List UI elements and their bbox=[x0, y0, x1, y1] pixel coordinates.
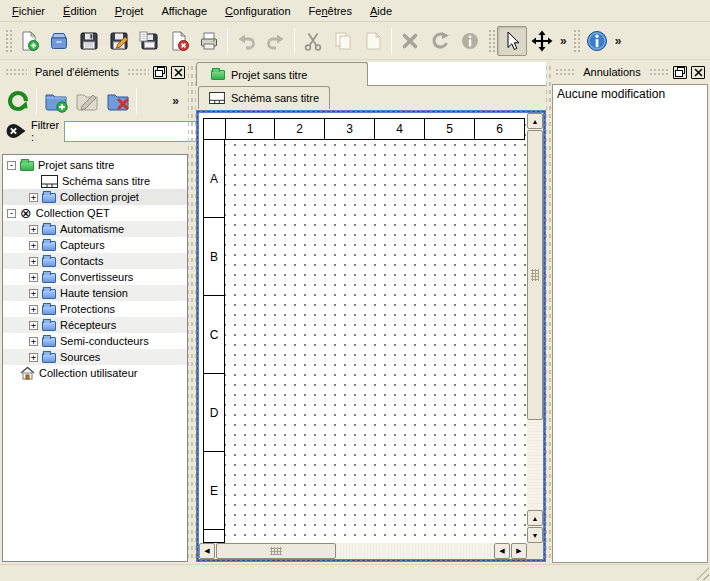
scroll-right-button[interactable]: ▶ bbox=[511, 543, 527, 559]
info-button bbox=[455, 26, 485, 56]
about-button[interactable] bbox=[582, 26, 612, 56]
save-as-button[interactable] bbox=[104, 26, 134, 56]
toolbar-drag-handle[interactable] bbox=[572, 28, 580, 54]
grid-row-label: C bbox=[203, 296, 225, 374]
cut-button bbox=[298, 26, 328, 56]
reload-collections-button[interactable] bbox=[2, 86, 33, 117]
toolbar-drag-handle[interactable] bbox=[4, 28, 12, 54]
undo-panel-header[interactable]: Annulations bbox=[552, 62, 708, 82]
tree-item-capteurs[interactable]: + Capteurs bbox=[3, 237, 187, 253]
menu-projet[interactable]: Projet bbox=[106, 2, 153, 20]
project-folder-icon bbox=[211, 70, 225, 80]
splitter-left[interactable] bbox=[188, 62, 196, 562]
folder-icon bbox=[42, 289, 56, 299]
tree-item-collection-utilisateur[interactable]: Collection utilisateur bbox=[3, 365, 187, 381]
dock-texture bbox=[649, 68, 669, 76]
elements-tree: - Projet sans titre Schéma sans titre + … bbox=[2, 154, 188, 562]
tab-bar-empty-area bbox=[368, 62, 546, 86]
new-document-button[interactable] bbox=[14, 26, 44, 56]
select-mode-button[interactable] bbox=[497, 26, 527, 56]
toolbar-overflow-chevron[interactable]: » bbox=[612, 34, 625, 48]
undo-panel-title: Annulations bbox=[579, 66, 645, 78]
scrollbar-corner bbox=[527, 543, 543, 559]
close-document-button[interactable] bbox=[164, 26, 194, 56]
scroll-left-button[interactable]: ◀ bbox=[199, 543, 215, 559]
schema-view[interactable]: 1 2 3 4 5 6 A B C D E ▲ ▲ ▼ ◀ ◀ ▶ bbox=[196, 110, 546, 562]
schema-row-header: A B C D E bbox=[203, 140, 225, 543]
vertical-scroll-thumb[interactable] bbox=[527, 130, 543, 420]
new-category-button[interactable] bbox=[40, 86, 71, 117]
tree-item-collection-qet[interactable]: - ⊗ Collection QET bbox=[3, 205, 187, 221]
toolbar-drag-handle[interactable] bbox=[487, 28, 495, 54]
tree-item-protections[interactable]: + Protections bbox=[3, 301, 187, 317]
expander-icon[interactable]: + bbox=[29, 273, 38, 282]
cut-icon bbox=[302, 30, 324, 52]
tab-schema-sans-titre[interactable]: Schéma sans titre bbox=[198, 86, 330, 109]
scroll-up-button[interactable]: ▲ bbox=[527, 113, 543, 129]
folder-icon bbox=[42, 241, 56, 251]
tree-item-semi-conducteurs[interactable]: + Semi-conducteurs bbox=[3, 333, 187, 349]
expander-icon[interactable]: + bbox=[29, 257, 38, 266]
tree-item-sources[interactable]: + Sources bbox=[3, 349, 187, 365]
expander-icon[interactable]: + bbox=[29, 241, 38, 250]
tree-item-collection-projet[interactable]: + Collection projet bbox=[3, 189, 187, 205]
resize-grip-icon[interactable] bbox=[696, 567, 709, 580]
expander-icon[interactable]: + bbox=[29, 337, 38, 346]
grid-column-label: 4 bbox=[375, 118, 425, 140]
elements-panel-header[interactable]: Panel d'éléments bbox=[2, 62, 188, 82]
expander-icon[interactable]: + bbox=[29, 321, 38, 330]
menu-affichage[interactable]: Affichage bbox=[152, 2, 216, 20]
move-mode-button[interactable] bbox=[527, 26, 557, 56]
clear-filter-icon[interactable] bbox=[6, 123, 26, 139]
undo-history-list[interactable]: Aucune modification bbox=[552, 84, 708, 563]
toolbar-overflow-chevron[interactable]: » bbox=[557, 34, 570, 48]
grid-row-partial bbox=[203, 530, 225, 543]
tab-projet-sans-titre[interactable]: Projet sans titre bbox=[196, 62, 368, 86]
panel-toolbar-overflow-chevron[interactable]: » bbox=[169, 94, 182, 108]
save-all-button[interactable] bbox=[134, 26, 164, 56]
schema-grid-dots[interactable] bbox=[225, 118, 527, 543]
expander-icon[interactable]: + bbox=[29, 225, 38, 234]
paste-button bbox=[358, 26, 388, 56]
toolbar-separator bbox=[294, 28, 295, 54]
print-button[interactable] bbox=[194, 26, 224, 56]
float-icon bbox=[155, 67, 165, 77]
tree-item-convertisseurs[interactable]: + Convertisseurs bbox=[3, 269, 187, 285]
menu-configuration[interactable]: Configuration bbox=[216, 2, 299, 20]
menu-fichier[interactable]: Fichier bbox=[3, 2, 54, 20]
menu-aide[interactable]: Aide bbox=[361, 2, 401, 20]
vertical-scrollbar[interactable]: ▲ ▲ ▼ bbox=[527, 113, 543, 543]
tree-item-projet[interactable]: - Projet sans titre bbox=[3, 157, 187, 173]
tree-item-contacts[interactable]: + Contacts bbox=[3, 253, 187, 269]
float-panel-button[interactable] bbox=[673, 66, 687, 79]
expander-icon[interactable]: - bbox=[7, 161, 16, 170]
close-document-icon bbox=[168, 30, 190, 52]
delete-category-button[interactable] bbox=[102, 86, 133, 117]
tree-item-haute-tension[interactable]: + Haute tension bbox=[3, 285, 187, 301]
open-button[interactable] bbox=[44, 26, 74, 56]
menu-edition[interactable]: Édition bbox=[54, 2, 106, 20]
menu-fenetres[interactable]: Fenêtres bbox=[300, 2, 361, 20]
close-panel-button[interactable] bbox=[171, 66, 185, 79]
float-panel-button[interactable] bbox=[153, 66, 167, 79]
scroll-down-button[interactable]: ▼ bbox=[527, 527, 543, 543]
expander-icon[interactable]: + bbox=[29, 193, 38, 202]
tree-item-recepteurs[interactable]: + Récepteurs bbox=[3, 317, 187, 333]
close-panel-button[interactable] bbox=[691, 66, 705, 79]
tree-item-schema[interactable]: Schéma sans titre bbox=[3, 173, 187, 189]
close-icon bbox=[174, 68, 183, 77]
info-icon bbox=[459, 30, 481, 52]
scroll-up-button-2[interactable]: ▲ bbox=[527, 510, 543, 526]
tree-item-automatisme[interactable]: + Automatisme bbox=[3, 221, 187, 237]
save-button[interactable] bbox=[74, 26, 104, 56]
horizontal-scroll-thumb[interactable] bbox=[216, 543, 336, 559]
expander-icon[interactable]: + bbox=[29, 353, 38, 362]
horizontal-scrollbar[interactable]: ◀ ◀ ▶ bbox=[199, 543, 527, 559]
expander-icon[interactable]: + bbox=[29, 305, 38, 314]
expander-icon[interactable]: - bbox=[7, 209, 16, 218]
edit-category-icon bbox=[74, 88, 100, 114]
undo-list-item[interactable]: Aucune modification bbox=[553, 85, 707, 103]
expander-icon[interactable]: + bbox=[29, 289, 38, 298]
scroll-left-button-2[interactable]: ◀ bbox=[494, 543, 510, 559]
save-icon bbox=[78, 30, 100, 52]
